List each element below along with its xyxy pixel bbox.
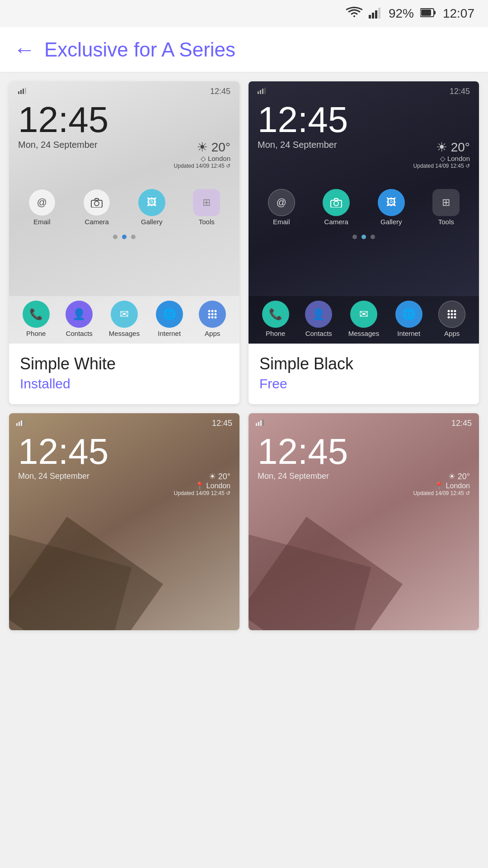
back-button[interactable]: ← [14,39,35,61]
theme-preview-rose: 12:45 12:45 Mon, 24 September ☀ 20° 📍 Lo… [249,413,479,630]
themes-grid: 12:45 12:45 Mon, 24 September ☀ 20° ◇ Lo… [0,72,488,413]
svg-point-17 [211,313,214,316]
mock-time-white: 12:45 [9,98,239,138]
svg-point-16 [208,313,211,316]
svg-point-36 [454,316,456,319]
preview-inner-white: 12:45 12:45 Mon, 24 September ☀ 20° ◇ Lo… [9,81,239,344]
svg-rect-23 [260,90,261,94]
svg-rect-38 [19,422,20,426]
svg-rect-41 [256,423,257,426]
theme-status-white: Installed [20,376,229,392]
mock-app-internet-b: 🌐 Internet [395,301,422,337]
svg-point-13 [208,310,211,312]
mock-app-email-w: @ Email [28,189,56,226]
svg-rect-7 [18,91,19,94]
svg-point-33 [454,313,456,316]
svg-point-29 [451,310,453,312]
mock-app-apps-b: Apps [438,301,465,337]
svg-rect-6 [434,11,436,14]
mock-app-internet-w: 🌐 Internet [156,301,183,337]
mock-app-camera-b: Camera [323,189,350,226]
bottom-themes-row: 12:45 12:45 Mon, 24 September ☀ 20° 📍 Lo… [0,413,488,639]
svg-rect-9 [23,89,24,94]
svg-point-14 [211,310,214,312]
theme-preview-tan: 12:45 12:45 Mon, 24 September ☀ 20° 📍 Lo… [9,413,239,630]
header: ← Exclusive for A Series [0,27,488,72]
mock-signal-w [18,87,28,96]
mock-app-phone-w: 📞 Phone [23,301,50,337]
theme-card-simple-white[interactable]: 12:45 12:45 Mon, 24 September ☀ 20° ◇ Lo… [9,81,239,404]
mock-app-email-b: @ Email [268,189,295,226]
svg-point-31 [448,313,450,316]
svg-point-26 [334,201,338,206]
svg-rect-42 [258,422,259,426]
svg-point-32 [451,313,453,316]
mock-app-contacts-b: 👤 Contacts [305,301,332,337]
mock-app-gallery-w: 🖼 Gallery [138,189,165,226]
signal-icon [369,7,382,20]
svg-rect-24 [262,89,263,94]
svg-point-20 [211,316,214,319]
mock-status-black: 12:45 [249,81,479,98]
svg-point-28 [448,310,450,312]
mock-top-icons-white: @ Email Camera 🖼 Gallery ⊞ [9,187,239,227]
mock-time-black: 12:45 [249,98,479,138]
mock-weather-white: Mon, 24 September ☀ 20° ◇ London Updated… [9,140,239,169]
svg-rect-2 [375,10,377,19]
mock-app-apps-w: Apps [199,301,226,337]
mock-dots-black [249,235,479,239]
svg-rect-39 [21,420,22,426]
svg-rect-3 [378,8,380,19]
mock-app-gallery-b: 🖼 Gallery [378,189,405,226]
mock-app-tools-b: ⊞ Tools [432,189,460,226]
svg-point-34 [448,316,450,319]
mock-app-messages-b: ✉ Messages [348,301,379,337]
svg-rect-10 [25,88,26,94]
mock-app-messages-w: ✉ Messages [109,301,140,337]
svg-rect-5 [421,9,431,16]
mock-dock-black: 📞 Phone 👤 Contacts ✉ Messages 🌐 [249,296,479,344]
theme-preview-white: 12:45 12:45 Mon, 24 September ☀ 20° ◇ Lo… [9,81,239,344]
theme-preview-black: 12:45 12:45 Mon, 24 September ☀ 20° ◇ Lo… [249,81,479,344]
svg-rect-37 [16,423,18,426]
svg-point-11 [94,201,99,206]
battery-percentage: 92% [389,6,414,21]
status-bar: 92% 12:07 [0,0,488,27]
wifi-icon [346,6,362,21]
svg-point-35 [451,316,453,319]
mock-app-tools-w: ⊞ Tools [193,189,220,226]
svg-rect-25 [264,88,266,94]
mock-app-phone-b: 📞 Phone [262,301,289,337]
theme-card-tan[interactable]: 12:45 12:45 Mon, 24 September ☀ 20° 📍 Lo… [9,413,239,630]
mock-top-icons-black: @ Email Camera 🖼 Gallery ⊞ [249,187,479,227]
mock-dots-white [9,235,239,239]
mock-weather-black: Mon, 24 September ☀ 20° ◇ London Updated… [249,140,479,169]
status-icons: 92% 12:07 [346,6,474,21]
theme-card-rose[interactable]: 12:45 12:45 Mon, 24 September ☀ 20° 📍 Lo… [249,413,479,630]
svg-rect-43 [260,420,262,426]
mock-app-camera-w: Camera [83,189,110,226]
mock-app-contacts-w: 👤 Contacts [66,301,93,337]
mock-status-white: 12:45 [9,81,239,98]
mock-dock-white: 📞 Phone 👤 Contacts ✉ Messages 🌐 [9,296,239,344]
theme-name-white: Simple White [20,354,229,373]
svg-point-19 [208,316,211,319]
svg-rect-0 [369,15,371,19]
svg-rect-22 [258,91,259,94]
svg-rect-8 [20,90,22,94]
svg-rect-1 [372,13,374,19]
status-time: 12:07 [443,6,474,21]
svg-point-15 [215,310,217,312]
svg-point-30 [454,310,456,312]
theme-name-black: Simple Black [259,354,468,373]
battery-icon [420,8,436,19]
theme-card-simple-black[interactable]: 12:45 12:45 Mon, 24 September ☀ 20° ◇ Lo… [249,81,479,404]
theme-info-black: Simple Black Free [249,344,479,404]
theme-info-white: Simple White Installed [9,344,239,404]
preview-inner-black: 12:45 12:45 Mon, 24 September ☀ 20° ◇ Lo… [249,81,479,344]
svg-point-21 [215,316,217,319]
theme-status-black: Free [259,376,468,392]
page-title: Exclusive for A Series [44,38,235,61]
svg-rect-40 [23,420,24,426]
mock-signal-b [258,87,267,96]
